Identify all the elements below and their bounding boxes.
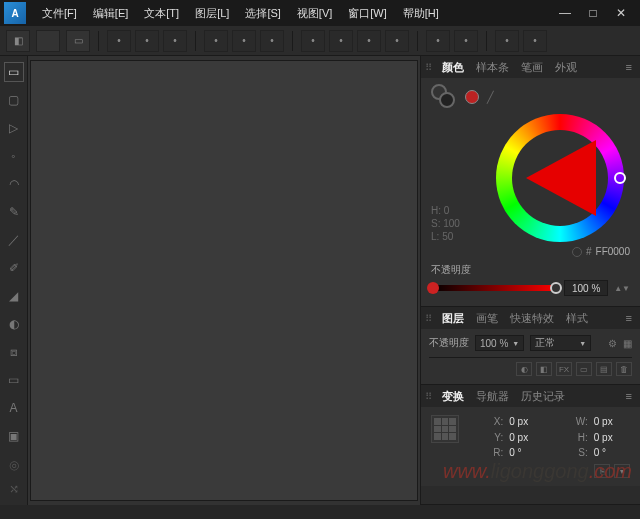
y-value[interactable]: 0 px xyxy=(509,432,545,443)
align-right-icon[interactable]: • xyxy=(163,30,187,52)
pen-tool-icon[interactable]: ✎ xyxy=(4,202,24,222)
toolbar: ◧ ▭ • • • • • • • • • • • • • • xyxy=(0,26,640,56)
add-layer-icon[interactable]: ▤ xyxy=(596,362,612,376)
panel-grip-icon[interactable]: ⠿ xyxy=(425,62,432,73)
tab-navigator[interactable]: 导航器 xyxy=(470,386,515,407)
menu-window[interactable]: 窗口[W] xyxy=(340,3,395,24)
blend-mode-select[interactable]: 正常▼ xyxy=(530,335,591,351)
menu-help[interactable]: 帮助[H] xyxy=(395,3,447,24)
menu-text[interactable]: 文本[T] xyxy=(136,3,187,24)
tab-brushes[interactable]: 画笔 xyxy=(470,308,504,329)
tab-styles[interactable]: 样式 xyxy=(560,308,594,329)
transparency-tool-icon[interactable]: ◐ xyxy=(4,314,24,334)
pencil-tool-icon[interactable]: ／ xyxy=(4,230,24,250)
h-value[interactable]: 0 px xyxy=(594,432,630,443)
panel-grip-icon[interactable]: ⠿ xyxy=(425,313,432,324)
brush-tool-icon[interactable]: ✐ xyxy=(4,258,24,278)
panel-menu-icon[interactable]: ≡ xyxy=(622,390,636,402)
chevron-down-icon[interactable]: ▾ xyxy=(614,464,630,478)
x-value[interactable]: 0 px xyxy=(509,416,545,427)
distribute-left-icon[interactable]: • xyxy=(204,30,228,52)
fill-tool-icon[interactable]: ◢ xyxy=(4,286,24,306)
panel-grip-icon[interactable]: ⠿ xyxy=(425,391,432,402)
picker-line-icon[interactable]: ╱ xyxy=(487,91,494,104)
link-constraint-icon[interactable]: ⎘ xyxy=(594,464,610,478)
delete-layer-icon[interactable]: 🗑 xyxy=(616,362,632,376)
transform-panel: ⠿ 变换 导航器 历史记录 ≡ X: 0 px W: 0 px Y: 0 px xyxy=(421,385,640,505)
menu-select[interactable]: 选择[S] xyxy=(237,3,288,24)
canvas[interactable] xyxy=(30,60,418,501)
layer-lock-icon[interactable]: ▦ xyxy=(623,338,632,349)
image-tool-icon[interactable]: ▣ xyxy=(4,426,24,446)
tab-transform[interactable]: 变换 xyxy=(436,386,470,407)
r-value[interactable]: 0 ° xyxy=(509,447,545,458)
opacity-thumb[interactable] xyxy=(550,282,562,294)
tab-effects[interactable]: 快速特效 xyxy=(504,308,560,329)
fx-icon[interactable]: FX xyxy=(556,362,572,376)
panel-menu-icon[interactable]: ≡ xyxy=(622,61,636,73)
tab-appearance[interactable]: 外观 xyxy=(549,57,583,78)
corner-tools: ◎ ⤭ xyxy=(4,455,24,499)
align-left-icon[interactable]: • xyxy=(107,30,131,52)
minimize-button[interactable]: — xyxy=(556,6,574,20)
w-value[interactable]: 0 px xyxy=(594,416,630,427)
artboard-tool-icon[interactable]: ▢ xyxy=(4,90,24,110)
corner-tool-icon[interactable]: ◠ xyxy=(4,174,24,194)
r-label: R: xyxy=(467,447,503,458)
grid-toggle-icon[interactable] xyxy=(36,30,60,52)
layer-opacity-field[interactable]: 100 %▼ xyxy=(475,335,524,351)
tab-history[interactable]: 历史记录 xyxy=(515,386,571,407)
hue-wheel[interactable] xyxy=(496,114,624,242)
mask-icon[interactable]: ◐ xyxy=(516,362,532,376)
gear-icon[interactable]: ⚙ xyxy=(608,338,617,349)
tab-swatch[interactable]: 样本条 xyxy=(470,57,515,78)
shape-tool-icon[interactable]: ▭ xyxy=(4,370,24,390)
menu-view[interactable]: 视图[V] xyxy=(289,3,340,24)
s-label: S: xyxy=(552,447,588,458)
move-tool-icon[interactable]: ▭ xyxy=(4,62,24,82)
menu-layer[interactable]: 图层[L] xyxy=(187,3,237,24)
rotate-ccw-icon[interactable]: • xyxy=(385,30,409,52)
hue-cursor[interactable] xyxy=(614,172,626,184)
maximize-button[interactable]: □ xyxy=(584,6,602,20)
opacity-stepper-icon[interactable]: ▲▼ xyxy=(614,284,630,293)
flip-v-icon[interactable]: • xyxy=(329,30,353,52)
artboard-icon[interactable]: ▭ xyxy=(66,30,90,52)
text-tool-icon[interactable]: A xyxy=(4,398,24,418)
hex-value[interactable]: FF0000 xyxy=(596,246,630,257)
close-button[interactable]: ✕ xyxy=(612,6,630,20)
crop-tool-icon[interactable]: ⧈ xyxy=(4,342,24,362)
lock-icon[interactable]: • xyxy=(454,30,478,52)
opacity-value[interactable]: 100 % xyxy=(564,280,608,296)
menu-edit[interactable]: 编辑[E] xyxy=(85,3,136,24)
distribute-center-icon[interactable]: • xyxy=(232,30,256,52)
panel-menu-icon[interactable]: ≡ xyxy=(622,312,636,324)
opacity-slider[interactable] xyxy=(431,285,558,291)
gamut-warning-icon[interactable] xyxy=(572,247,582,257)
snap-icon[interactable]: • xyxy=(426,30,450,52)
extra-2-icon[interactable]: • xyxy=(523,30,547,52)
s-value[interactable]: 0 ° xyxy=(594,447,630,458)
node-tool-icon[interactable]: ▷ xyxy=(4,118,24,138)
menu-file[interactable]: 文件[F] xyxy=(34,3,85,24)
align-center-icon[interactable]: • xyxy=(135,30,159,52)
tab-brush[interactable]: 笔画 xyxy=(515,57,549,78)
point-transform-icon[interactable]: ◦ xyxy=(4,146,24,166)
group-icon[interactable]: ▭ xyxy=(576,362,592,376)
extra-1-icon[interactable]: • xyxy=(495,30,519,52)
swap-color-icon[interactable]: ⤭ xyxy=(4,479,24,499)
tab-color[interactable]: 颜色 xyxy=(436,57,470,78)
color-chooser-icon[interactable]: ◎ xyxy=(4,455,24,475)
anchor-selector[interactable] xyxy=(431,415,459,443)
distribute-right-icon[interactable]: • xyxy=(260,30,284,52)
tab-layers[interactable]: 图层 xyxy=(436,308,470,329)
persona-icon[interactable]: ◧ xyxy=(6,30,30,52)
status-bar xyxy=(0,505,640,519)
fill-stroke-swatch[interactable] xyxy=(431,84,457,110)
adjustment-icon[interactable]: ◧ xyxy=(536,362,552,376)
main-area: ▭ ▢ ▷ ◦ ◠ ✎ ／ ✐ ◢ ◐ ⧈ ▭ A ▣ ⠿ 颜色 样本条 笔画 … xyxy=(0,56,640,505)
flip-h-icon[interactable]: • xyxy=(301,30,325,52)
eyedropper-icon[interactable] xyxy=(465,90,479,104)
app-icon: A xyxy=(4,2,26,24)
rotate-cw-icon[interactable]: • xyxy=(357,30,381,52)
